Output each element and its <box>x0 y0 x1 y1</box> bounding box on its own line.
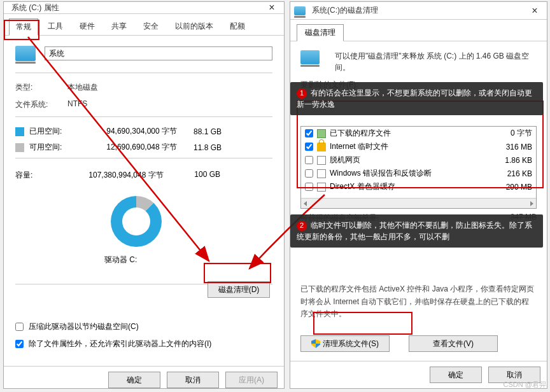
window-title: 系统(C:)的磁盘清理 <box>312 5 526 16</box>
tab-general[interactable]: 常规 <box>9 18 38 36</box>
list-item[interactable]: Windows 错误报告和反馈诊断216 KB <box>301 167 536 180</box>
apply-button[interactable]: 应用(A) <box>225 372 278 388</box>
item-checkbox[interactable] <box>305 183 313 191</box>
cap-size: 100 GB <box>176 170 220 181</box>
tab-disk-cleanup[interactable]: 磁盘清理 <box>297 24 344 41</box>
properties-window: 系统 (C:) 属性 × 常规 工具 硬件 共享 安全 以前的版本 配额 类型:… <box>3 1 285 389</box>
free-bytes: 12,690,690,048 字节 <box>75 142 177 153</box>
item-checkbox[interactable] <box>305 129 313 137</box>
list-item[interactable]: Internet 临时文件316 MB <box>301 140 536 153</box>
disk-cleanup-window: 系统(C:)的磁盘清理 × 磁盘清理 可以使用"磁盘清理"来释放 系统 (C:)… <box>290 1 547 389</box>
compress-checkbox[interactable] <box>15 323 24 331</box>
drive-icon <box>294 6 306 15</box>
compress-checkbox-row[interactable]: 压缩此驱动器以节约磁盘空间(C) <box>15 321 272 332</box>
tabs: 常规 工具 硬件 共享 安全 以前的版本 配额 <box>4 14 284 36</box>
badge-1-icon: 1 <box>297 88 307 99</box>
cancel-button[interactable]: 取消 <box>167 372 219 388</box>
window-title: 系统 (C:) 属性 <box>11 3 264 13</box>
ok-button[interactable]: 确定 <box>108 372 160 388</box>
type-value: 本地磁盘 <box>67 82 272 93</box>
ok-button[interactable]: 确定 <box>430 367 482 383</box>
doc-icon <box>317 169 326 178</box>
list-item[interactable]: DirectX 着色器缓存290 MB <box>301 180 536 193</box>
badge-2-icon: 2 <box>297 221 307 231</box>
free-swatch <box>15 143 24 152</box>
used-size: 88.1 GB <box>177 127 222 136</box>
index-checkbox[interactable] <box>15 340 24 348</box>
item-checkbox[interactable] <box>305 169 313 178</box>
tab-tools[interactable]: 工具 <box>41 18 70 35</box>
tab-previous[interactable]: 以前的版本 <box>168 18 220 35</box>
view-files-button[interactable]: 查看文件(V) <box>409 335 498 352</box>
type-label: 类型: <box>15 82 67 93</box>
tab-security[interactable]: 安全 <box>136 18 166 35</box>
usage-donut <box>111 196 162 247</box>
doc-icon <box>317 156 326 165</box>
cap-label: 容量: <box>15 170 76 181</box>
titlebar-right: 系统(C:)的磁盘清理 × <box>290 2 547 20</box>
file-list: 已下载的程序文件0 字节 Internet 临时文件316 MB 脱机网页1.8… <box>300 126 537 209</box>
footer-left: 确定 取消 应用(A) <box>4 366 284 392</box>
item-checkbox[interactable] <box>305 156 313 164</box>
lock-icon <box>317 143 326 151</box>
free-label: 可用空间: <box>29 142 75 153</box>
tab-sharing[interactable]: 共享 <box>104 18 134 35</box>
list-item[interactable]: 已下载的程序文件0 字节 <box>301 127 536 140</box>
close-icon[interactable]: × <box>526 5 543 17</box>
item-description: 已下载的程序文件包括 ActiveX 控件和 Java 小程序，你查看特定网页时… <box>300 283 537 320</box>
tabs-right: 磁盘清理 <box>290 20 547 41</box>
file-icon <box>317 129 326 138</box>
list-item[interactable]: 脱机网页1.86 KB <box>301 153 536 167</box>
annotation-1: 1有的话会在这里显示，不想更新系统的可以删除，或者关闭自动更新一劳永逸 <box>290 82 543 115</box>
free-size: 11.8 GB <box>177 143 222 152</box>
item-checkbox[interactable] <box>305 143 313 151</box>
driver-label: 驱动器 C: <box>104 255 137 265</box>
tab-quota[interactable]: 配额 <box>223 18 252 35</box>
index-label: 除了文件属性外，还允许索引此驱动器上文件的内容(I) <box>29 339 211 349</box>
scrollbar[interactable] <box>301 198 536 208</box>
cap-bytes: 107,380,994,048 字节 <box>76 170 176 181</box>
drive-name-input[interactable] <box>45 46 272 60</box>
disk-cleanup-button[interactable]: 磁盘清理(D) <box>208 281 270 298</box>
used-bytes: 94,690,304,000 字节 <box>75 126 177 137</box>
compress-label: 压缩此驱动器以节约磁盘空间(C) <box>29 321 139 332</box>
cleanup-body: 可以使用"磁盘清理"来释放 系统 (C:) 上的 1.46 GB 磁盘空间。 1… <box>290 41 547 361</box>
annotation-2: 2临时文件可以删除，其他不懂的不要乱删，防止图标丢失。除了系统更新的备份，其他一… <box>290 214 543 248</box>
cleanup-description: 可以使用"磁盘清理"来释放 系统 (C:) 上的 1.46 GB 磁盘空间。 <box>335 50 537 73</box>
index-checkbox-row[interactable]: 除了文件属性外，还允许索引此驱动器上文件的内容(I) <box>15 339 272 349</box>
used-label: 已用空间: <box>29 126 75 137</box>
drive-icon <box>15 46 36 61</box>
close-icon[interactable]: × <box>264 2 280 13</box>
properties-body: 类型:本地磁盘 文件系统:NTFS 已用空间: 94,690,304,000 字… <box>4 36 284 366</box>
fs-value: NTFS <box>67 99 272 110</box>
clean-system-files-button[interactable]: 清理系统文件(S) <box>300 335 390 352</box>
doc-icon <box>317 183 326 192</box>
tab-hardware[interactable]: 硬件 <box>73 18 102 35</box>
used-swatch <box>15 127 24 136</box>
fs-label: 文件系统: <box>15 99 67 110</box>
drive-icon <box>300 50 320 64</box>
titlebar-left: 系统 (C:) 属性 × <box>4 2 284 14</box>
watermark: CSDN @君羿 <box>504 380 546 389</box>
shield-icon <box>311 339 320 348</box>
